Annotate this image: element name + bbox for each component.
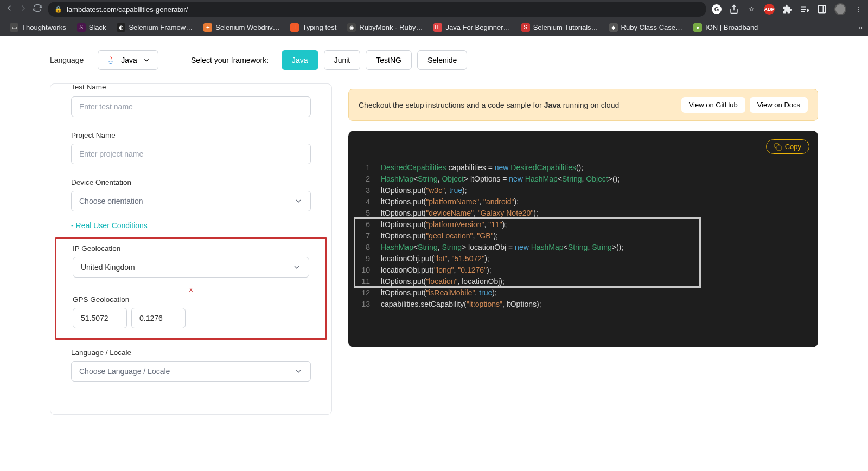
code-content: DesiredCapabilities capabilities = new D… [381,162,583,173]
bookmark-icon: ◐ [117,23,125,32]
line-number: 2 [358,173,370,185]
line-number: 1 [358,162,370,173]
lock-icon: 🔒 [54,5,62,13]
code-highlight [354,217,701,288]
code-content: ltOptions.put("w3c", true); [381,185,467,196]
line-number: 3 [358,185,370,196]
bookmark-label: Selenium Webdriv… [215,23,279,31]
java-icon [106,55,116,65]
lang-locale-placeholder: Choose Language / Locale [79,367,170,376]
bookmark-item[interactable]: ◐Selenium Framew… [112,21,197,34]
bookmark-icon: ◆ [609,23,618,32]
code-content: ltOptions.put("platformName", "android")… [381,196,519,208]
bookmark-item[interactable]: HLJava For Beginner… [429,21,514,34]
code-line: 2HashMap<String, Object> ltOptions = new… [358,173,808,185]
bookmark-icon: S [77,23,86,32]
bookmark-item[interactable]: ◆Ruby Class Case… [605,21,687,34]
bookmark-label: ION | Broadband [705,23,758,31]
bookmark-item[interactable]: ✦Selenium Webdriv… [199,21,284,34]
setup-banner: Checkout the setup instructions and a co… [348,89,818,121]
framework-button-testng[interactable]: TestNG [366,50,412,70]
bookmark-item[interactable]: ▭Thoughtworks [5,21,71,34]
chevron-down-icon [292,263,301,272]
chevron-down-icon [143,56,150,64]
bookmark-item[interactable]: SSlack [73,21,111,34]
gps-long-input[interactable] [131,308,186,328]
code-content: capabilities.setCapability("lt:options",… [381,299,541,310]
line-number: 13 [358,299,370,310]
playlist-icon[interactable] [800,4,809,14]
code-area: 1DesiredCapabilities capabilities = new … [358,162,808,310]
url-bar[interactable]: 🔒 lambdatest.com/capabilities-generator/ [48,2,706,17]
panel-icon[interactable] [817,4,827,14]
bookmark-item[interactable]: SSelenium Tutorials… [517,21,603,34]
language-select[interactable]: Java [98,50,158,70]
profile-avatar[interactable] [834,3,846,15]
share-icon[interactable] [729,4,739,14]
forward-button[interactable] [18,3,28,15]
bookmark-label: Typing test [302,23,336,31]
bookmark-label: Selenium Framew… [129,23,193,31]
bookmark-item[interactable]: TTyping test [286,21,341,34]
lang-locale-label: Language / Locale [71,349,311,357]
bookmark-icon: ● [693,23,702,32]
bookmark-label: Java For Beginner… [445,23,510,31]
browser-chrome: 🔒 lambdatest.com/capabilities-generator/… [0,0,868,36]
code-content: HashMap<String, Object> ltOptions = new … [381,173,620,185]
bookmark-icon: HL [433,23,442,32]
language-label: Language [50,56,84,64]
kebab-menu-icon[interactable]: ⋮ [854,4,864,14]
clear-geo-button[interactable]: x [73,285,309,293]
extensions-icon[interactable] [782,4,792,14]
bookmark-label: Selenium Tutorials… [533,23,598,31]
code-line: 3ltOptions.put("w3c", true); [358,185,808,196]
code-box: Copy 1DesiredCapabilities capabilities =… [348,131,818,347]
chevron-down-icon [294,367,303,376]
svg-rect-1 [777,146,781,150]
svg-rect-0 [818,5,826,13]
framework-button-java[interactable]: Java [282,50,318,70]
code-line: 4ltOptions.put("platformName", "android"… [358,196,808,208]
back-button[interactable] [4,3,14,15]
line-number: 4 [358,196,370,208]
geolocation-highlight: IP Geolocation United Kingdom x GPS Geol… [55,237,327,340]
view-on-docs-button[interactable]: View on Docs [750,97,808,113]
lang-locale-select[interactable]: Choose Language / Locale [71,361,311,382]
bookmarks-more-icon[interactable]: » [859,23,863,31]
right-panel: Checkout the setup instructions and a co… [348,83,818,415]
test-name-input[interactable] [71,96,311,117]
device-orientation-select[interactable]: Choose orientation [71,191,311,211]
code-line: 13capabilities.setCapability("lt:options… [358,299,808,310]
gps-lat-input[interactable] [73,308,127,328]
google-icon[interactable]: G [712,4,722,14]
bookmark-star-icon[interactable]: ☆ [746,4,756,14]
real-user-conditions-toggle[interactable]: - Real User Conditions [50,211,331,235]
framework-button-junit[interactable]: Junit [324,50,361,70]
ip-geo-select[interactable]: United Kingdom [73,257,309,278]
code-line: 12ltOptions.put("isRealMobile", true); [358,287,808,299]
url-text: lambdatest.com/capabilities-generator/ [67,5,188,14]
bookmark-icon: ◉ [347,23,356,32]
bookmark-item[interactable]: ◉RubyMonk - Ruby… [343,21,427,34]
bookmark-label: Ruby Class Case… [621,23,682,31]
abp-icon[interactable]: ABP [764,4,775,15]
code-content: ltOptions.put("isRealMobile", true); [381,287,497,299]
bookmark-icon: ✦ [203,23,212,32]
gps-geo-label: GPS Geolocation [73,295,309,304]
bookmark-item[interactable]: ●ION | Broadband [689,21,762,34]
project-name-input[interactable] [71,144,311,164]
ip-geo-value: United Kingdom [81,263,135,272]
language-value: Java [121,56,137,64]
copy-button[interactable]: Copy [766,139,809,154]
copy-icon [774,143,782,151]
framework-button-selenide[interactable]: Selenide [417,50,468,70]
project-name-label: Project Name [71,131,311,139]
test-name-label: Test Name [71,83,311,91]
view-on-github-button[interactable]: View on GitHub [681,97,745,113]
bookmark-label: Thoughtworks [22,23,66,31]
banner-text: Checkout the setup instructions and a co… [359,101,619,109]
reload-button[interactable] [33,3,42,15]
code-line: 1DesiredCapabilities capabilities = new … [358,162,808,173]
chevron-down-icon [294,197,303,205]
bookmark-icon: S [521,23,530,32]
